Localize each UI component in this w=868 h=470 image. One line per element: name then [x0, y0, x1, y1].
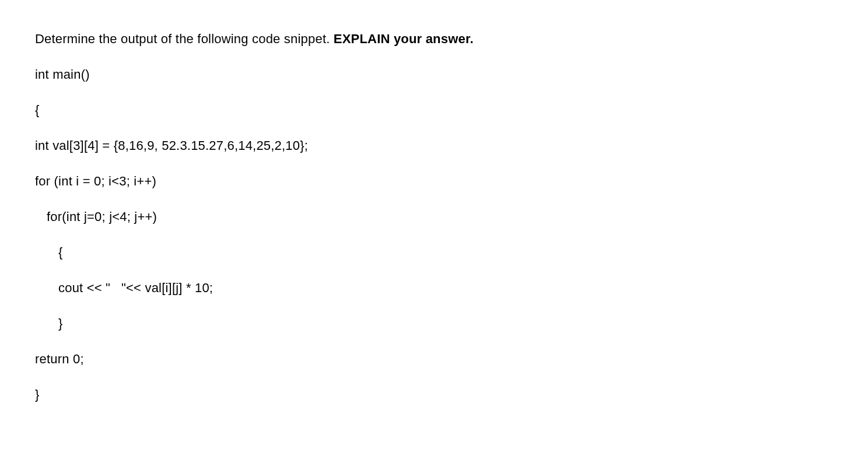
code-line-9: return 0;	[35, 349, 833, 369]
question-prompt-bold: EXPLAIN your answer.	[334, 31, 474, 46]
code-line-4: for (int i = 0; i<3; i++)	[35, 171, 833, 191]
code-line-7: cout << " "<< val[i][j] * 10;	[35, 278, 833, 297]
code-line-1: int main()	[35, 65, 833, 84]
code-line-2: {	[35, 100, 833, 120]
code-line-3: int val[3][4] = {8,16,9, 52.3.15.27,6,14…	[35, 136, 833, 155]
code-line-5: for(int j=0; j<4; j++)	[35, 207, 833, 226]
question-prompt: Determine the output of the following co…	[35, 29, 833, 48]
code-line-8: }	[35, 314, 833, 333]
code-line-10: }	[35, 385, 833, 404]
question-prompt-text: Determine the output of the following co…	[35, 31, 334, 46]
code-line-6: {	[35, 243, 833, 262]
